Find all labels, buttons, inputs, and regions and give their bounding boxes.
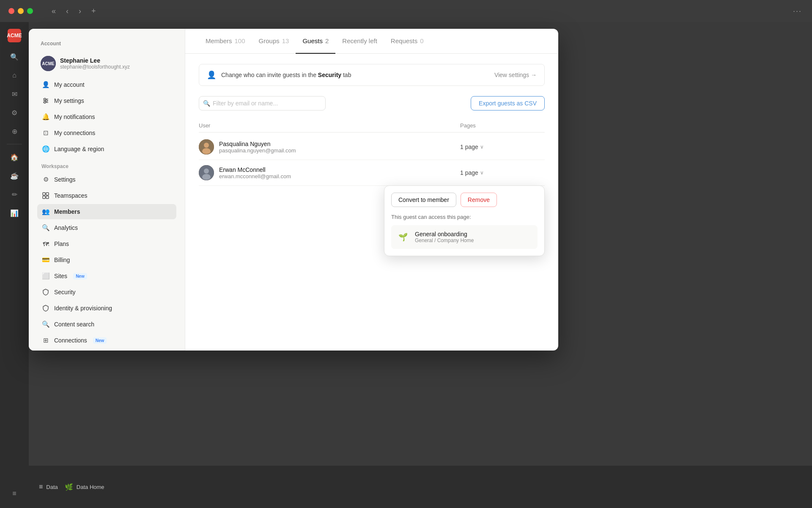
dropdown-description: This guest can access this page: [391,214,538,220]
nav-add-button[interactable]: + [90,5,98,17]
more-options-button[interactable]: ··· [793,7,802,16]
sidebar-pencil-icon[interactable]: ✏ [7,187,22,202]
sites-icon: ⬜ [41,272,50,280]
tab-recently-left[interactable]: Recently left [335,29,384,54]
sidebar-add-icon[interactable]: ⊕ [7,124,22,139]
export-csv-button[interactable]: Export guests as CSV [471,96,545,110]
table-row: Erwan McConnell erwan.mcconnell@gmail.co… [199,160,545,186]
svg-text:ACME: ACME [42,61,55,66]
svg-point-7 [44,102,46,103]
sidebar-item-settings[interactable]: ⚙ Settings [37,172,176,187]
tab-guests[interactable]: Guests2 [296,29,335,54]
nav-forward-button[interactable]: › [77,5,83,17]
close-button[interactable] [8,8,14,14]
members-tabs: Members100 Groups13 Guests2 Recently lef… [185,29,558,54]
col-header-pages: Pages [460,122,545,129]
sidebar-item-2[interactable]: ☕ [7,168,22,183]
page-icon: 🌱 [396,230,410,244]
identity-provisioning-icon [41,304,50,312]
sidebar-inbox-icon[interactable]: ✉ [7,86,22,102]
sidebar-item-connections[interactable]: ⊞ Connections New [37,333,176,348]
sidebar-item-my-connections[interactable]: ⊡ My connections [37,125,176,141]
workspace-logo[interactable]: ACME [8,29,21,42]
data-bottom-icon: ≡ [39,483,43,491]
svg-rect-11 [46,196,49,199]
data-bottom-label: Data [46,484,58,490]
content-search-label: Content search [54,321,94,328]
guests-count: 2 [325,37,329,44]
user-avatar-1 [199,139,214,155]
sidebar-item-security[interactable]: Security [37,284,176,300]
workspace-section-label: Workspace [37,157,176,172]
requests-count: 0 [420,37,423,44]
sidebar-item-teamspaces[interactable]: Teamspaces [37,188,176,203]
tab-groups[interactable]: Groups13 [252,29,296,54]
sidebar-data-icon[interactable]: ≡ [7,486,22,501]
sidebar-item-my-account[interactable]: 👤 My account [37,77,176,92]
connections-new-badge: New [93,337,107,344]
user-profile[interactable]: ACME Stephanie Lee stephanie@toolsfortho… [37,52,176,75]
svg-point-6 [46,100,47,102]
sidebar-item-language-region[interactable]: 🌐 Language & region [37,141,176,157]
sidebar-team-icon[interactable]: 🏠 [7,149,22,165]
my-connections-icon: ⊡ [41,129,50,137]
row-user-info-1: Pasqualina Nguyen pasqualina.nguyen@gmai… [219,141,296,154]
row-pages-1[interactable]: 1 page ∨ [460,144,545,150]
analytics-label: Analytics [54,224,78,231]
convert-to-member-button[interactable]: Convert to member [391,193,456,207]
remove-button[interactable]: Remove [461,193,497,207]
sidebar-chart-icon[interactable]: 📊 [7,205,22,221]
sidebar-item-plans[interactable]: 🗺 Plans [37,236,176,251]
dropdown-actions: Convert to member Remove [391,193,538,207]
info-banner-left: 👤 Change who can invite guests in the Se… [207,70,351,80]
user-info: Stephanie Lee stephanie@toolsforthought.… [60,57,173,70]
sidebar-item-sites[interactable]: ⬜ Sites New [37,268,176,284]
table-row: Pasqualina Nguyen pasqualina.nguyen@gmai… [199,134,545,160]
my-settings-label: My settings [54,97,84,104]
sidebar-item-content-search[interactable]: 🔍 Content search [37,317,176,332]
sidebar-item-analytics[interactable]: 🔍 Analytics [37,220,176,235]
sidebar-settings-icon[interactable]: ⚙ [7,105,22,120]
guest-actions-dropdown: Convert to member Remove This guest can … [384,185,545,256]
data-home-bottom-item[interactable]: 🌿 Data Home [65,483,104,491]
my-account-icon: 👤 [41,80,50,89]
minimize-button[interactable] [18,8,24,14]
app-sidebar: ACME 🔍 ⌂ ✉ ⚙ ⊕ 🏠 ☕ ✏ 📊 ≡ [0,22,29,508]
view-settings-link[interactable]: View settings → [494,72,537,78]
pages-chevron-2: ∨ [480,170,484,176]
user-email: stephanie@toolsforthought.xyz [60,64,173,70]
tab-requests[interactable]: Requests0 [384,29,431,54]
teamspaces-icon [41,191,50,200]
row-user-info-2: Erwan McConnell erwan.mcconnell@gmail.co… [219,166,291,179]
row-user-email-2: erwan.mcconnell@gmail.com [219,173,291,179]
sites-label: Sites [54,273,67,279]
pages-count-2: 1 page [460,169,478,176]
svg-point-16 [204,168,209,174]
sidebar-item-my-notifications[interactable]: 🔔 My notifications [37,109,176,124]
nav-back-button[interactable]: ‹ [64,5,70,17]
sidebar-item-identity-provisioning[interactable]: Identity & provisioning [37,301,176,316]
language-region-icon: 🌐 [41,145,50,153]
traffic-lights [8,8,33,14]
row-pages-2[interactable]: 1 page ∨ [460,169,545,176]
teamspaces-label: Teamspaces [54,192,88,199]
titlebar: « ‹ › + ··· [0,0,812,22]
nav-skip-back-button[interactable]: « [50,5,58,17]
data-bottom-item[interactable]: ≡ Data [39,483,58,491]
sidebar-home-icon[interactable]: ⌂ [7,68,22,83]
sidebar-item-members[interactable]: 👥 Members [37,204,176,219]
bottom-bar: ≡ Data 🌿 Data Home [29,466,812,508]
my-notifications-label: My notifications [54,113,95,120]
sidebar-item-my-settings[interactable]: My settings [37,93,176,108]
workspace-settings-label: Settings [54,176,76,183]
sidebar-item-billing[interactable]: 💳 Billing [37,252,176,268]
pages-chevron-1: ∨ [480,144,484,150]
my-connections-label: My connections [54,130,95,136]
maximize-button[interactable] [27,8,33,14]
tab-members[interactable]: Members100 [199,29,252,54]
search-wrap: 🔍 [199,96,326,110]
info-banner-text: Change who can invite guests in the Secu… [221,72,351,78]
sidebar-search-icon[interactable]: 🔍 [7,49,22,64]
col-header-user: User [199,122,460,129]
search-input[interactable] [199,96,326,110]
